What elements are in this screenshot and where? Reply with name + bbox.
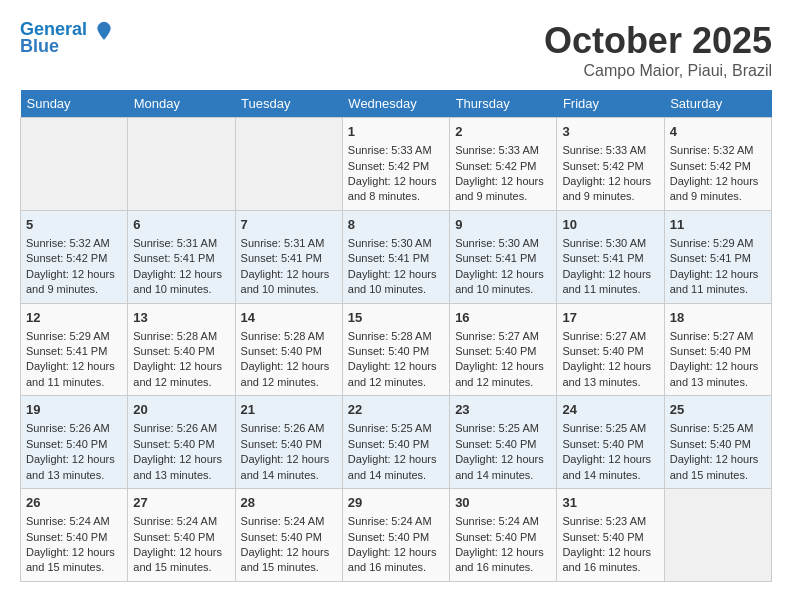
page-header: General Blue October 2025 Campo Maior, P…	[20, 20, 772, 80]
day-number: 11	[670, 216, 766, 234]
day-number: 19	[26, 401, 122, 419]
calendar-cell: 26Sunrise: 5:24 AMSunset: 5:40 PMDayligh…	[21, 489, 128, 582]
daylight-text: Daylight: 12 hours and 13 minutes.	[670, 359, 766, 390]
weekday-header: Tuesday	[235, 90, 342, 118]
sunset-text: Sunset: 5:41 PM	[348, 251, 444, 266]
sunset-text: Sunset: 5:40 PM	[562, 437, 658, 452]
sunrise-text: Sunrise: 5:26 AM	[26, 421, 122, 436]
daylight-text: Daylight: 12 hours and 13 minutes.	[562, 359, 658, 390]
sunset-text: Sunset: 5:40 PM	[241, 437, 337, 452]
sunset-text: Sunset: 5:40 PM	[133, 437, 229, 452]
day-number: 13	[133, 309, 229, 327]
day-number: 27	[133, 494, 229, 512]
sunrise-text: Sunrise: 5:27 AM	[562, 329, 658, 344]
calendar-cell: 10Sunrise: 5:30 AMSunset: 5:41 PMDayligh…	[557, 210, 664, 303]
calendar-cell: 27Sunrise: 5:24 AMSunset: 5:40 PMDayligh…	[128, 489, 235, 582]
daylight-text: Daylight: 12 hours and 9 minutes.	[670, 174, 766, 205]
daylight-text: Daylight: 12 hours and 9 minutes.	[455, 174, 551, 205]
calendar-cell: 8Sunrise: 5:30 AMSunset: 5:41 PMDaylight…	[342, 210, 449, 303]
calendar-cell: 9Sunrise: 5:30 AMSunset: 5:41 PMDaylight…	[450, 210, 557, 303]
calendar-cell: 12Sunrise: 5:29 AMSunset: 5:41 PMDayligh…	[21, 303, 128, 396]
daylight-text: Daylight: 12 hours and 16 minutes.	[348, 545, 444, 576]
daylight-text: Daylight: 12 hours and 16 minutes.	[562, 545, 658, 576]
day-number: 21	[241, 401, 337, 419]
calendar-cell: 11Sunrise: 5:29 AMSunset: 5:41 PMDayligh…	[664, 210, 771, 303]
day-number: 2	[455, 123, 551, 141]
weekday-header: Sunday	[21, 90, 128, 118]
day-number: 12	[26, 309, 122, 327]
daylight-text: Daylight: 12 hours and 13 minutes.	[133, 452, 229, 483]
calendar-cell: 3Sunrise: 5:33 AMSunset: 5:42 PMDaylight…	[557, 118, 664, 211]
calendar-week-row: 1Sunrise: 5:33 AMSunset: 5:42 PMDaylight…	[21, 118, 772, 211]
calendar-cell: 15Sunrise: 5:28 AMSunset: 5:40 PMDayligh…	[342, 303, 449, 396]
daylight-text: Daylight: 12 hours and 9 minutes.	[562, 174, 658, 205]
sunrise-text: Sunrise: 5:25 AM	[670, 421, 766, 436]
sunrise-text: Sunrise: 5:23 AM	[562, 514, 658, 529]
daylight-text: Daylight: 12 hours and 14 minutes.	[348, 452, 444, 483]
day-number: 29	[348, 494, 444, 512]
sunset-text: Sunset: 5:40 PM	[348, 437, 444, 452]
month-title: October 2025	[544, 20, 772, 62]
sunrise-text: Sunrise: 5:33 AM	[562, 143, 658, 158]
calendar-cell: 2Sunrise: 5:33 AMSunset: 5:42 PMDaylight…	[450, 118, 557, 211]
day-number: 9	[455, 216, 551, 234]
daylight-text: Daylight: 12 hours and 10 minutes.	[241, 267, 337, 298]
calendar-cell: 6Sunrise: 5:31 AMSunset: 5:41 PMDaylight…	[128, 210, 235, 303]
sunrise-text: Sunrise: 5:29 AM	[670, 236, 766, 251]
sunset-text: Sunset: 5:40 PM	[670, 344, 766, 359]
sunrise-text: Sunrise: 5:25 AM	[348, 421, 444, 436]
day-number: 6	[133, 216, 229, 234]
day-number: 23	[455, 401, 551, 419]
sunrise-text: Sunrise: 5:33 AM	[348, 143, 444, 158]
logo: General Blue	[20, 20, 114, 57]
sunrise-text: Sunrise: 5:24 AM	[133, 514, 229, 529]
day-number: 17	[562, 309, 658, 327]
calendar-cell: 22Sunrise: 5:25 AMSunset: 5:40 PMDayligh…	[342, 396, 449, 489]
day-number: 24	[562, 401, 658, 419]
calendar-cell: 7Sunrise: 5:31 AMSunset: 5:41 PMDaylight…	[235, 210, 342, 303]
weekday-header: Saturday	[664, 90, 771, 118]
sunset-text: Sunset: 5:42 PM	[26, 251, 122, 266]
sunset-text: Sunset: 5:40 PM	[241, 530, 337, 545]
calendar-week-row: 19Sunrise: 5:26 AMSunset: 5:40 PMDayligh…	[21, 396, 772, 489]
calendar-cell: 31Sunrise: 5:23 AMSunset: 5:40 PMDayligh…	[557, 489, 664, 582]
sunrise-text: Sunrise: 5:28 AM	[133, 329, 229, 344]
daylight-text: Daylight: 12 hours and 15 minutes.	[670, 452, 766, 483]
day-number: 22	[348, 401, 444, 419]
daylight-text: Daylight: 12 hours and 10 minutes.	[455, 267, 551, 298]
sunrise-text: Sunrise: 5:29 AM	[26, 329, 122, 344]
daylight-text: Daylight: 12 hours and 10 minutes.	[348, 267, 444, 298]
day-number: 14	[241, 309, 337, 327]
calendar-week-row: 5Sunrise: 5:32 AMSunset: 5:42 PMDaylight…	[21, 210, 772, 303]
day-number: 5	[26, 216, 122, 234]
calendar-cell: 4Sunrise: 5:32 AMSunset: 5:42 PMDaylight…	[664, 118, 771, 211]
calendar-cell	[128, 118, 235, 211]
day-number: 25	[670, 401, 766, 419]
sunset-text: Sunset: 5:42 PM	[348, 159, 444, 174]
calendar-cell: 28Sunrise: 5:24 AMSunset: 5:40 PMDayligh…	[235, 489, 342, 582]
calendar-week-row: 12Sunrise: 5:29 AMSunset: 5:41 PMDayligh…	[21, 303, 772, 396]
day-number: 15	[348, 309, 444, 327]
calendar-cell: 21Sunrise: 5:26 AMSunset: 5:40 PMDayligh…	[235, 396, 342, 489]
daylight-text: Daylight: 12 hours and 13 minutes.	[26, 452, 122, 483]
day-number: 7	[241, 216, 337, 234]
sunset-text: Sunset: 5:40 PM	[348, 530, 444, 545]
day-number: 3	[562, 123, 658, 141]
sunrise-text: Sunrise: 5:24 AM	[241, 514, 337, 529]
title-block: October 2025 Campo Maior, Piaui, Brazil	[544, 20, 772, 80]
daylight-text: Daylight: 12 hours and 16 minutes.	[455, 545, 551, 576]
sunrise-text: Sunrise: 5:25 AM	[455, 421, 551, 436]
calendar-cell: 13Sunrise: 5:28 AMSunset: 5:40 PMDayligh…	[128, 303, 235, 396]
day-number: 31	[562, 494, 658, 512]
daylight-text: Daylight: 12 hours and 14 minutes.	[562, 452, 658, 483]
calendar-cell: 1Sunrise: 5:33 AMSunset: 5:42 PMDaylight…	[342, 118, 449, 211]
sunrise-text: Sunrise: 5:25 AM	[562, 421, 658, 436]
daylight-text: Daylight: 12 hours and 9 minutes.	[26, 267, 122, 298]
sunset-text: Sunset: 5:40 PM	[455, 437, 551, 452]
daylight-text: Daylight: 12 hours and 15 minutes.	[133, 545, 229, 576]
calendar-cell: 20Sunrise: 5:26 AMSunset: 5:40 PMDayligh…	[128, 396, 235, 489]
calendar-cell: 25Sunrise: 5:25 AMSunset: 5:40 PMDayligh…	[664, 396, 771, 489]
sunset-text: Sunset: 5:42 PM	[670, 159, 766, 174]
sunset-text: Sunset: 5:40 PM	[26, 530, 122, 545]
sunset-text: Sunset: 5:42 PM	[562, 159, 658, 174]
